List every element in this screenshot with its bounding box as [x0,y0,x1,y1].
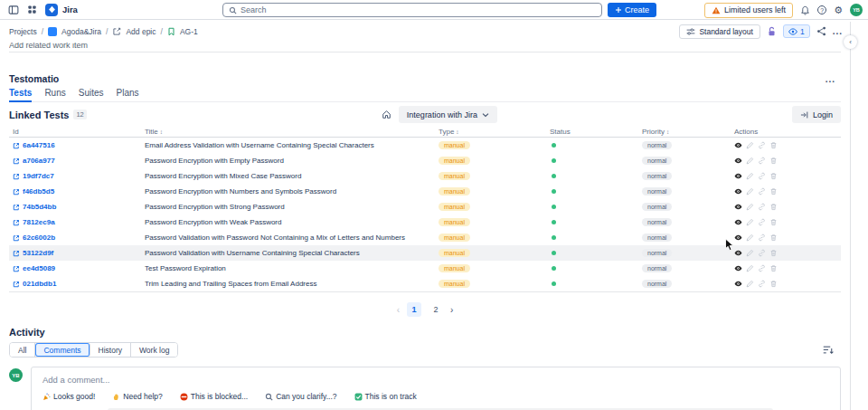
col-status[interactable]: Status [550,128,642,136]
table-row[interactable]: ee4d5089 Test Password Expiration manual… [9,261,841,276]
test-id-link[interactable]: a706a977 [13,157,145,165]
breadcrumb-issue[interactable]: AG-1 [180,27,198,36]
table-row[interactable]: a706a977 Password Encryption with Empty … [9,153,841,168]
standard-layout-button[interactable]: Standard layout [679,24,760,39]
unlink-icon[interactable] [758,157,766,165]
delete-icon[interactable] [769,187,778,195]
delete-icon[interactable] [769,218,778,226]
page-2-button[interactable]: 2 [429,302,443,317]
quick-reply-on-track[interactable]: This is on track [354,392,417,401]
help-icon[interactable]: ? [817,5,826,14]
create-button[interactable]: Create [608,3,656,17]
limited-users-banner[interactable]: Limited users left [704,3,793,18]
col-id[interactable]: Id [13,128,145,136]
delete-icon[interactable] [769,280,778,288]
test-id-link[interactable]: ee4d5089 [13,264,145,272]
unlink-icon[interactable] [758,141,766,149]
breadcrumb-projects[interactable]: Projects [9,27,37,36]
edit-icon[interactable] [746,141,754,149]
test-id-link[interactable]: f46db5d5 [13,187,145,195]
view-icon[interactable] [734,218,742,226]
unlink-icon[interactable] [758,218,766,226]
table-row[interactable]: 74b5d4bb Password Encryption with Strong… [9,199,841,215]
integration-dropdown[interactable]: Integration with Jira [399,106,497,123]
view-icon[interactable] [734,249,742,257]
view-icon[interactable] [734,141,742,149]
sort-order-icon[interactable] [823,345,834,355]
unlink-icon[interactable] [758,249,766,257]
page-more-button[interactable]: ... [833,26,843,36]
edit-icon[interactable] [746,203,754,211]
unlink-icon[interactable] [758,280,766,288]
view-icon[interactable] [734,280,742,288]
table-row[interactable]: f46db5d5 Password Encryption with Number… [9,184,841,199]
delete-icon[interactable] [769,203,778,211]
test-id-link[interactable]: 021dbdb1 [13,280,145,288]
notifications-icon[interactable] [800,5,810,15]
delete-icon[interactable] [769,234,778,242]
view-icon[interactable] [734,157,742,165]
delete-icon[interactable] [769,249,778,257]
unlink-icon[interactable] [758,172,766,180]
filter-worklog[interactable]: Work log [131,343,177,357]
view-icon[interactable] [734,234,742,242]
filter-history[interactable]: History [90,343,131,357]
watchers-button[interactable]: 1 [783,24,810,38]
view-icon[interactable] [734,172,742,180]
breadcrumb-add-epic[interactable]: Add epic [126,27,156,36]
sidebar-toggle-icon[interactable] [8,5,19,15]
quick-reply-looks-good[interactable]: Looks good! [42,392,95,401]
test-id-link[interactable]: 6a447516 [13,141,145,149]
comment-input[interactable]: Add a comment... Looks good! Need help? [31,367,841,410]
edit-icon[interactable] [746,218,754,226]
test-id-link[interactable]: 62c6002b [13,234,145,242]
col-title[interactable]: Title↕ [145,128,439,136]
breadcrumb-project[interactable]: Agoda&Jira [61,27,101,36]
edit-icon[interactable] [746,172,754,180]
table-row[interactable]: 021dbdb1 Trim Leading and Trailing Space… [9,276,841,291]
edit-icon[interactable] [746,249,754,257]
prev-page-button[interactable]: ‹ [397,305,400,315]
test-id-link[interactable]: 53122d9f [13,249,145,257]
lock-icon[interactable] [767,26,777,37]
edit-icon[interactable] [746,264,754,272]
jira-logo-icon[interactable] [45,4,58,16]
table-row[interactable]: 19df7dc7 Password Encryption with Mixed … [9,168,841,184]
col-priority[interactable]: Priority↕ [642,128,734,136]
tab-runs[interactable]: Runs [44,88,65,101]
filter-all[interactable]: All [10,343,35,357]
tab-suites[interactable]: Suites [79,88,104,101]
test-id-link[interactable]: 19df7dc7 [13,172,145,180]
edit-icon[interactable] [746,280,754,288]
edit-icon[interactable] [746,187,754,195]
quick-reply-clarify[interactable]: Can you clarify...? [265,392,336,401]
quick-reply-blocked[interactable]: This is blocked... [180,392,248,401]
table-row[interactable]: 6a447516 Email Address Validation with U… [9,138,841,153]
settings-icon[interactable]: ⚙ [834,5,843,15]
login-button[interactable]: Login [792,106,841,123]
table-row[interactable]: 62c6002b Password Validation with Passwo… [9,230,841,245]
table-row[interactable]: 53122d9f Password Validation with Userna… [9,245,841,261]
view-icon[interactable] [734,187,742,195]
page-1-button[interactable]: 1 [407,302,421,317]
col-type[interactable]: Type↕ [439,128,550,136]
unlink-icon[interactable] [758,234,766,242]
next-page-button[interactable]: › [450,305,453,315]
edit-icon[interactable] [746,157,754,165]
table-row[interactable]: 7812ec9a Password Encryption with Weak P… [9,215,841,230]
home-icon[interactable] [382,110,392,119]
delete-icon[interactable] [769,141,778,149]
share-icon[interactable] [816,26,826,36]
test-id-link[interactable]: 7812ec9a [13,218,145,226]
quick-reply-need-help[interactable]: Need help? [112,392,162,401]
view-icon[interactable] [734,203,742,211]
view-icon[interactable] [734,264,742,272]
search-input[interactable]: Search [222,3,602,17]
delete-icon[interactable] [769,172,778,180]
unlink-icon[interactable] [758,264,766,272]
testomatio-more-button[interactable]: ... [826,74,835,84]
unlink-icon[interactable] [758,203,766,211]
collapse-panel-button[interactable]: ‹ [844,35,857,49]
delete-icon[interactable] [769,157,778,165]
delete-icon[interactable] [769,264,778,272]
